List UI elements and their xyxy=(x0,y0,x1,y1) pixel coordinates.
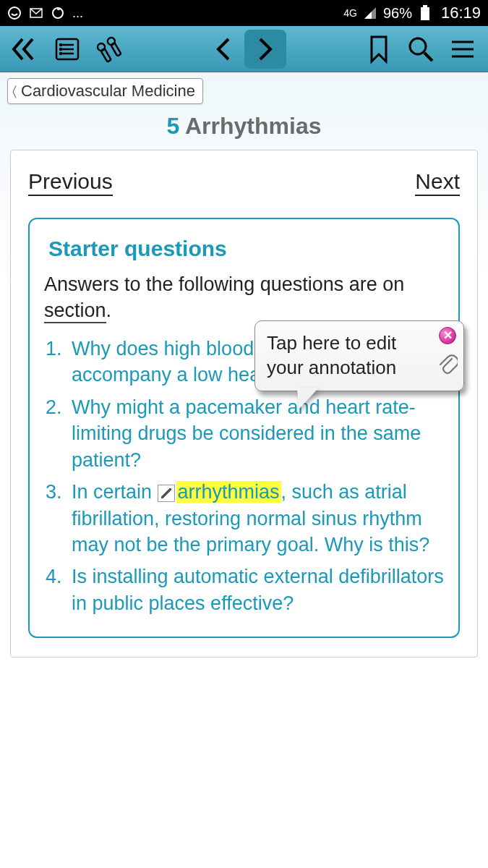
breadcrumb-label: Cardiovascular Medicine xyxy=(21,82,195,101)
contents-button[interactable] xyxy=(46,30,88,69)
svg-rect-13 xyxy=(100,48,111,62)
menu-button[interactable] xyxy=(442,30,484,69)
chapter-number: 5 xyxy=(167,113,180,139)
status-icon-mail xyxy=(29,6,43,20)
page-title: 5 Arrhythmias xyxy=(0,107,488,150)
svg-rect-4 xyxy=(423,5,427,7)
battery-icon xyxy=(418,6,432,20)
intro-text: Answers to the following questions are o… xyxy=(44,271,444,324)
content-box: Starter questions Answers to the followi… xyxy=(28,218,460,638)
status-more: ... xyxy=(72,6,83,21)
chapter-title: Arrhythmias xyxy=(185,113,322,139)
settings-button[interactable] xyxy=(88,30,130,69)
question-item[interactable]: Is installing automatic external defibri… xyxy=(72,563,444,616)
next-page-button[interactable] xyxy=(244,30,286,69)
section-link[interactable]: section xyxy=(44,299,106,323)
next-link[interactable]: Next xyxy=(415,169,460,196)
highlighted-text[interactable]: arrhythmias xyxy=(176,481,281,503)
svg-point-0 xyxy=(9,7,20,19)
svg-rect-3 xyxy=(421,7,429,20)
search-button[interactable] xyxy=(400,30,442,69)
svg-point-9 xyxy=(60,44,61,46)
clock-label: 16:19 xyxy=(441,4,481,22)
breadcrumb[interactable]: 〈 Cardiovascular Medicine xyxy=(7,78,203,104)
signal-icon xyxy=(363,6,377,20)
attachment-icon[interactable] xyxy=(437,353,458,375)
svg-rect-15 xyxy=(111,43,121,56)
popup-close-button[interactable]: ✕ xyxy=(439,327,456,344)
chevron-left-icon: 〈 xyxy=(12,84,17,99)
annotation-edit-icon[interactable] xyxy=(158,485,175,502)
status-icon-app1 xyxy=(7,6,22,20)
back-all-button[interactable] xyxy=(4,30,46,69)
previous-link[interactable]: Previous xyxy=(28,169,113,196)
bookmark-button[interactable] xyxy=(358,30,400,69)
status-icon-sync xyxy=(51,6,65,20)
prev-page-button[interactable] xyxy=(202,30,244,69)
network-type-label: 4G xyxy=(343,7,357,19)
content-card: Previous Next Starter questions Answers … xyxy=(10,150,478,658)
annotation-popup[interactable]: Tap here to edit your annotation ✕ xyxy=(254,320,464,391)
section-heading: Starter questions xyxy=(44,237,444,261)
svg-point-16 xyxy=(410,38,426,54)
svg-point-10 xyxy=(60,48,61,50)
battery-percent-label: 96% xyxy=(383,5,412,22)
popup-text: Tap here to edit your annotation xyxy=(267,332,396,378)
status-bar: ... 4G 96% 16:19 xyxy=(0,0,488,26)
app-toolbar xyxy=(0,26,488,72)
question-item[interactable]: In certain arrhythmias, such as atrial f… xyxy=(72,479,444,558)
svg-line-17 xyxy=(424,53,432,61)
svg-point-11 xyxy=(60,53,61,54)
question-item[interactable]: Why might a pacemaker and heart rate-lim… xyxy=(72,394,444,473)
